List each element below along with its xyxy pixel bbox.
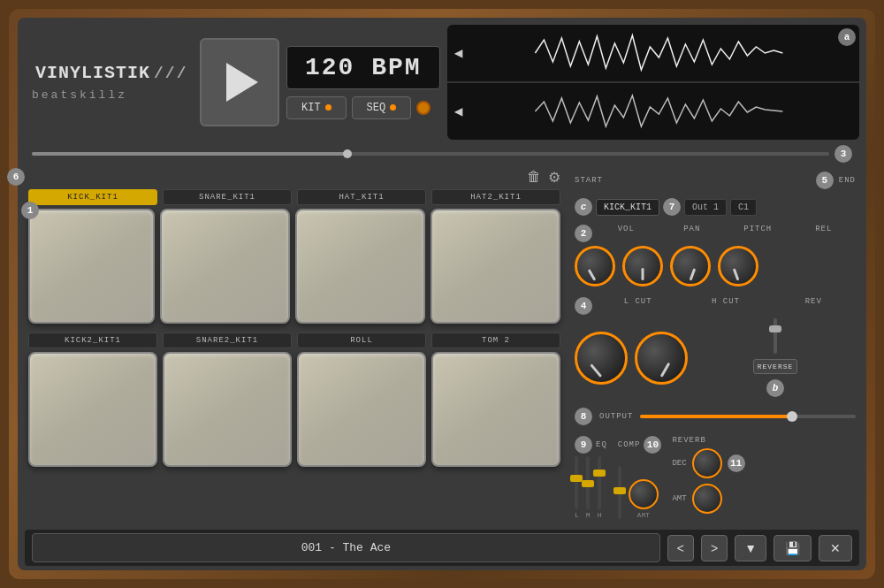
badge-11: 11 — [728, 454, 745, 472]
pad-label-5: KICK2_KIT1 — [28, 332, 157, 348]
pads-grid-row-1: 1 — [25, 209, 564, 324]
output-row: 8 OUTPUT — [575, 404, 856, 429]
prev-button[interactable]: < — [667, 535, 694, 561]
pad-4[interactable] — [431, 209, 560, 324]
effects-row: 9 EQ L — [575, 432, 856, 523]
kit-button[interactable]: KIT — [286, 96, 347, 119]
main-panel: VinyListik /// beatskillz 120 BPM KIT — [18, 18, 866, 570]
rev-label: REV — [772, 297, 856, 315]
badge-b: b — [766, 379, 784, 397]
seq-button[interactable]: SEQ — [352, 96, 412, 119]
rev-slider — [774, 318, 777, 354]
knobs-labels: 2 VOL PAN PITCH REL — [575, 225, 856, 242]
pad-3[interactable] — [295, 209, 425, 324]
eq-l-col: L — [575, 456, 579, 519]
reverb-amt-row: AMT — [672, 484, 744, 514]
output-thumb[interactable] — [787, 411, 797, 422]
eq-h-track — [598, 456, 601, 509]
eq-h-fader[interactable] — [593, 470, 606, 477]
badge-10: 10 — [644, 436, 661, 454]
controls-area: START 5 END c KICK_KIT1 7 Out 1 C1 — [571, 168, 859, 523]
eq-header: 9 EQ — [575, 436, 607, 454]
sample-info-row: c KICK_KIT1 7 Out 1 C1 — [575, 196, 856, 218]
hcut-label: H CUT — [683, 297, 767, 315]
save-button[interactable]: 💾 — [774, 535, 812, 561]
comp-label: COMP — [618, 440, 641, 449]
slider-thumb[interactable] — [343, 149, 352, 158]
delete-pad-button[interactable]: 🗑 — [527, 169, 541, 185]
comp-header: COMP 10 — [618, 436, 662, 454]
dec-knob[interactable] — [692, 448, 722, 478]
logo-subtitle: beatskillz — [32, 88, 186, 102]
eq-faders: L M — [575, 457, 607, 519]
eq-m-track — [586, 456, 590, 509]
eq-m-fader[interactable] — [582, 480, 594, 487]
note-label: C1 — [730, 199, 757, 216]
rev-thumb[interactable] — [769, 325, 781, 332]
waveform-svg-top — [466, 31, 852, 75]
pad-label-6: SNARE2_KIT1 — [163, 332, 292, 348]
pads-toolbar: 6 🗑 ⚙ — [25, 168, 564, 186]
pad-label-7: Roll — [297, 332, 426, 348]
reverb-amt-knob[interactable] — [692, 484, 722, 514]
badge-2: 2 — [575, 225, 592, 242]
eq-m-label: M — [586, 511, 591, 519]
bpm-display: 120 BPM — [286, 46, 440, 89]
close-icon: ✕ — [830, 541, 841, 555]
output-label: OUTPUT — [599, 412, 633, 421]
pad-labels-row-1: KICK_KIT1 SNARE_KIT1 HAT_KIT1 HAT2_KIT1 — [25, 189, 564, 205]
pad-1[interactable] — [28, 209, 155, 324]
pad-6[interactable] — [163, 352, 292, 467]
dec-label: DEC — [672, 459, 686, 468]
eq-label: EQ — [596, 440, 607, 449]
pad-7[interactable] — [297, 352, 426, 467]
eq-h-label: H — [598, 511, 602, 519]
pan-knob[interactable] — [622, 246, 663, 286]
waveform-arrow-bottom: ◀ — [454, 103, 463, 120]
comp-knob[interactable] — [629, 479, 659, 509]
pad-labels-row-2: KICK2_KIT1 SNARE2_KIT1 Roll TOM 2 — [25, 332, 564, 348]
badge-7: 7 — [663, 198, 681, 216]
eq-h-col: H — [598, 456, 602, 519]
rel-knob[interactable] — [718, 246, 758, 286]
logo-title: VinyListik — [35, 63, 150, 83]
output-slider[interactable] — [640, 415, 856, 418]
badge-3: 3 — [834, 145, 852, 163]
comp-section: COMP 10 — [618, 436, 662, 519]
reverse-button[interactable]: REVERSE — [753, 359, 798, 374]
pitch-knob[interactable] — [670, 246, 711, 286]
rev-section: REVERSE b — [695, 318, 856, 397]
pad-2[interactable] — [160, 209, 290, 324]
badge-9: 9 — [575, 436, 592, 454]
pad-5[interactable] — [28, 352, 157, 467]
vol-knob[interactable] — [575, 246, 615, 286]
hcut-knob[interactable] — [635, 332, 688, 385]
lcut-knob[interactable] — [575, 332, 628, 385]
vol-label: VOL — [594, 225, 659, 242]
comp-fader[interactable] — [613, 487, 626, 494]
main-knobs-row — [575, 246, 856, 286]
main-knobs-section: 2 VOL PAN PITCH REL — [575, 221, 856, 290]
down-button[interactable]: ▼ — [735, 535, 766, 561]
reverb-header: REVERB — [672, 436, 744, 445]
eq-m-col: M — [586, 456, 591, 519]
badge-a: a — [838, 28, 856, 46]
comp-track — [618, 466, 621, 519]
eq-l-track — [575, 456, 578, 509]
pad-8[interactable] — [431, 352, 560, 467]
slider-fill — [32, 152, 351, 156]
pads-row-2: KICK2_KIT1 SNARE2_KIT1 Roll TOM 2 — [25, 332, 564, 467]
eq-section: 9 EQ L — [575, 436, 607, 519]
settings-button[interactable]: ⚙ — [548, 169, 560, 186]
waveform-bottom: ◀ — [447, 83, 859, 140]
pads-area: 6 🗑 ⚙ KICK_KIT1 SNARE_KIT1 HAT_KIT1 HAT2… — [25, 168, 564, 523]
reverb-section: REVERB DEC 11 AMT — [672, 436, 744, 519]
rel-label: REL — [792, 225, 857, 242]
play-button[interactable] — [200, 38, 279, 126]
sample-name: KICK_KIT1 — [596, 199, 659, 216]
logo-lines: /// — [154, 65, 187, 82]
close-button[interactable]: ✕ — [819, 535, 852, 561]
pads-row-1: KICK_KIT1 SNARE_KIT1 HAT_KIT1 HAT2_KIT1 … — [25, 189, 564, 324]
next-button[interactable]: > — [701, 535, 728, 561]
end-label: END — [839, 176, 856, 185]
